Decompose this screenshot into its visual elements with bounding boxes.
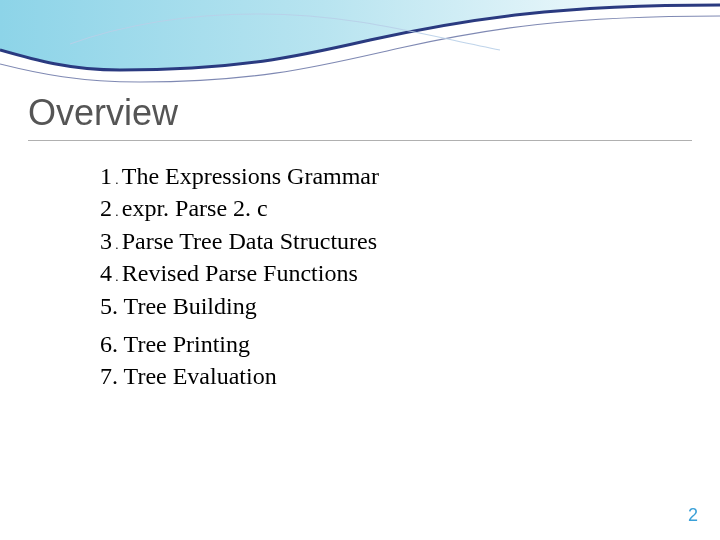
item-number: 7 [100, 363, 112, 389]
title-underline [28, 140, 692, 141]
item-text: Tree Evaluation [124, 363, 277, 389]
item-dot: . [112, 204, 122, 219]
item-number: 2 [100, 195, 112, 221]
item-number: 1 [100, 163, 112, 189]
overview-list: 1 . The Expressions Grammar 2 . expr. Pa… [100, 160, 379, 393]
list-item: 2 . expr. Parse 2. c [100, 192, 379, 224]
item-text: expr. Parse 2. c [122, 195, 268, 221]
item-text: Tree Printing [124, 331, 250, 357]
list-item: 5. Tree Building [100, 290, 379, 322]
item-dot: . [112, 172, 122, 187]
item-number: 4 [100, 260, 112, 286]
item-number: 5 [100, 293, 112, 319]
page-number: 2 [688, 505, 698, 526]
list-item: 7. Tree Evaluation [100, 360, 379, 392]
item-text: Tree Building [124, 293, 257, 319]
item-dot: . [112, 293, 124, 319]
list-item: 3 . Parse Tree Data Structures [100, 225, 379, 257]
list-item: 4 . Revised Parse Functions [100, 257, 379, 289]
item-dot: . [112, 331, 124, 357]
item-number: 6 [100, 331, 112, 357]
header-banner [0, 0, 720, 95]
list-item: 6. Tree Printing [100, 328, 379, 360]
list-item: 1 . The Expressions Grammar [100, 160, 379, 192]
item-dot: . [112, 237, 122, 252]
item-number: 3 [100, 228, 112, 254]
item-text: Revised Parse Functions [122, 260, 358, 286]
slide-title: Overview [28, 92, 178, 134]
item-dot: . [112, 363, 124, 389]
item-text: Parse Tree Data Structures [122, 228, 377, 254]
item-text: The Expressions Grammar [122, 163, 379, 189]
item-dot: . [112, 269, 122, 284]
